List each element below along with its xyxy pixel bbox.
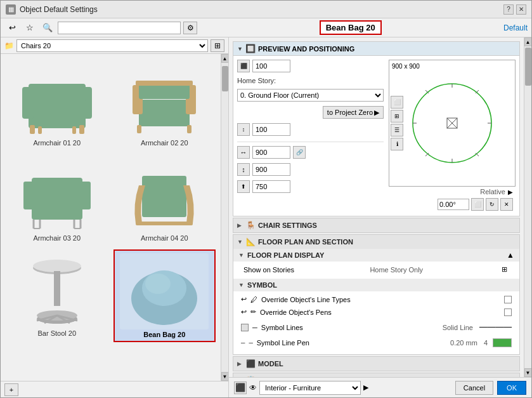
eye-icon: 👁 xyxy=(249,383,257,392)
right-scrollbar[interactable]: ▲ ▼ xyxy=(524,37,531,377)
grid-item-beanbag[interactable]: Bean Bag 20 xyxy=(114,249,216,342)
model-header[interactable]: ▶ ⬛ MODEL xyxy=(233,357,519,371)
right-scroll-thumb[interactable] xyxy=(525,48,531,86)
close-button[interactable]: ✕ xyxy=(516,4,526,15)
override-line-checkbox[interactable] xyxy=(504,296,512,303)
scroll-down[interactable]: ▼ xyxy=(221,372,229,381)
scroll-up[interactable]: ▲ xyxy=(221,54,229,63)
category-select[interactable]: Interior - Furniture xyxy=(259,381,361,395)
angle-input[interactable] xyxy=(438,199,469,210)
link-icon[interactable]: 🔗 xyxy=(293,146,306,159)
gear-button[interactable]: ⚙ xyxy=(183,22,197,34)
category-icon: ⬛ xyxy=(234,381,247,394)
grid-item-armchair04[interactable]: Armchair 04 20 xyxy=(114,154,216,244)
symbol-header[interactable]: ▼ SYMBOL xyxy=(233,279,519,291)
svg-rect-4 xyxy=(30,125,35,134)
chair-settings-header[interactable]: ▶ 🪑 CHAIR SETTINGS xyxy=(233,218,519,232)
width-input[interactable] xyxy=(252,146,290,159)
elevation-icon: ⬛ xyxy=(237,60,250,72)
search-input[interactable] xyxy=(58,22,181,34)
scroll-thumb[interactable] xyxy=(222,66,228,91)
project-zero-button[interactable]: to Project Zero ▶ xyxy=(323,106,384,119)
selected-object-name: Bean Bag 20 xyxy=(320,20,382,35)
relative-label: Relative xyxy=(480,188,505,196)
barstool-label: Bar Stool 20 xyxy=(37,329,76,337)
divider1 xyxy=(237,142,384,142)
folder-select[interactable]: Chairs 20 xyxy=(16,39,208,52)
armchair04-label: Armchair 04 20 xyxy=(141,234,188,242)
content-area: 📁 Chairs 20 ⊞ xyxy=(1,37,531,397)
dimension-display: 900 x 900 xyxy=(392,63,420,70)
floor-display-scroll: ▲ xyxy=(507,251,514,260)
angle-ctrl3[interactable]: ✕ xyxy=(500,198,513,211)
star-button[interactable]: ☆ xyxy=(22,21,37,35)
preview-ctrl-3[interactable]: ☰ xyxy=(391,124,403,136)
beanbag-image xyxy=(120,253,209,329)
override-pens-checkbox[interactable] xyxy=(504,308,512,316)
depth-icon: ↕ xyxy=(237,163,250,176)
default-button[interactable]: Default xyxy=(503,23,528,32)
search-button[interactable]: 🔍 xyxy=(40,21,55,35)
symbol-lines-label: Symbol Lines xyxy=(261,324,439,331)
floor-display-toggle: ▼ xyxy=(238,252,245,258)
svg-rect-5 xyxy=(79,125,84,134)
bottom-left: ⬛ 👁 Interior - Furniture ▶ xyxy=(234,381,451,395)
preview-ctrl-1[interactable]: ⬜ xyxy=(391,96,403,109)
svg-point-39 xyxy=(145,274,171,294)
symbol-title: SYMBOL xyxy=(247,281,277,289)
elevation-input[interactable] xyxy=(252,60,290,72)
grid-item-armchair01[interactable]: Armchair 01 20 xyxy=(6,59,108,149)
grid-item-barstool[interactable]: Bar Stool 20 xyxy=(6,249,108,342)
folder-bar: 📁 Chairs 20 ⊞ xyxy=(1,37,228,54)
depth-row: ↕ xyxy=(237,163,384,176)
add-item-button[interactable]: + xyxy=(4,383,18,396)
height-input[interactable] xyxy=(252,180,290,193)
preview-ctrl-2[interactable]: ⊞ xyxy=(391,110,403,123)
override-pens-row: ↩ ✏ Override Object's Pens xyxy=(241,307,512,317)
floor-display-header[interactable]: ▼ FLOOR PLAN DISPLAY ▲ xyxy=(233,249,519,262)
angle-ctrl1[interactable]: ⬜ xyxy=(471,198,484,211)
symbol-pen-icon2: ─ xyxy=(249,340,252,346)
preview-ctrl-4[interactable]: ℹ xyxy=(391,138,403,150)
folder-action-button[interactable]: ⊞ xyxy=(211,39,224,52)
armchair02-image xyxy=(120,62,209,138)
window-title: Object Default Settings xyxy=(20,5,500,14)
help-button[interactable]: ? xyxy=(503,4,514,15)
svg-rect-3 xyxy=(29,84,86,102)
chair-settings-section: ▶ 🪑 CHAIR SETTINGS xyxy=(233,218,520,233)
left-scrollbar[interactable]: ▲ ▼ xyxy=(221,54,228,381)
depth-input[interactable] xyxy=(252,163,290,176)
height-icon: ⬆ xyxy=(237,180,250,193)
preview-viewport: 900 x 900 ⬜ ⊞ ☰ ℹ xyxy=(389,60,516,187)
symbol-lines-icon: ─ xyxy=(252,324,257,331)
floor-toggle-icon: ▼ xyxy=(237,239,243,245)
folder-icon: 📁 xyxy=(4,41,14,50)
cancel-button[interactable]: Cancel xyxy=(455,381,493,395)
symbol-pen-number: 4 xyxy=(484,339,488,347)
elevation-row: ⬛ xyxy=(237,60,384,72)
back-button[interactable]: ↩ xyxy=(4,21,20,35)
preview-section-header[interactable]: ▼ 🔲 PREVIEW AND POSITIONING xyxy=(233,42,519,56)
grid-item-armchair02[interactable]: Armchair 02 20 xyxy=(114,59,216,149)
floor-elevation-input[interactable] xyxy=(252,123,290,136)
symbol-lines-row: ─ Symbol Lines Solid Line ──── xyxy=(241,319,512,335)
grid-item-armchair03[interactable]: Armchair 03 20 xyxy=(6,154,108,244)
home-story-select[interactable]: 0. Ground Floor (Current) xyxy=(237,89,384,102)
override-pens-icon2: ✏ xyxy=(250,308,256,316)
width-row: ↔ 🔗 xyxy=(237,146,384,159)
right-scroll-down[interactable]: ▼ xyxy=(524,368,532,377)
symbol-lines-checkbox[interactable] xyxy=(241,324,249,331)
preview-controls: ⬛ Home Story: 0. Ground Floor (Current xyxy=(237,60,384,212)
home-story-select-row: 0. Ground Floor (Current) xyxy=(237,89,384,102)
right-panel: ▼ 🔲 PREVIEW AND POSITIONING ⬛ xyxy=(229,37,531,397)
symbol-toggle: ▼ xyxy=(238,282,245,288)
scroll-track[interactable] xyxy=(221,63,228,372)
right-scroll-up[interactable]: ▲ xyxy=(524,37,532,46)
floor-plan-header[interactable]: ▼ 📐 FLOOR PLAN AND SECTION xyxy=(233,235,519,249)
ok-button[interactable]: OK xyxy=(497,381,526,395)
floor-elev-icon: ↕ xyxy=(237,123,250,136)
angle-ctrl2[interactable]: ↻ xyxy=(486,198,498,211)
chair-toggle-icon: ▶ xyxy=(237,222,243,229)
left-bottom-bar: + xyxy=(1,381,228,397)
right-scroll-track[interactable] xyxy=(524,46,531,368)
